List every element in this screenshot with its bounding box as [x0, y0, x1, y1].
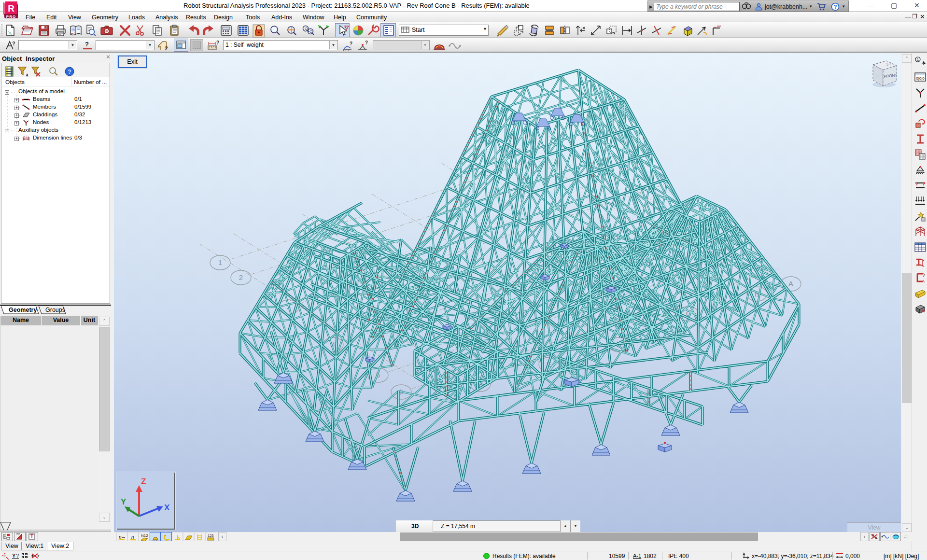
svg-text:?: ?: [12, 41, 15, 46]
svg-text:T: T: [30, 534, 33, 539]
svg-text:Y: Y: [121, 497, 126, 506]
svg-text:123: 123: [208, 533, 214, 538]
svg-text:2: 2: [239, 273, 243, 281]
svg-text:Y: Y: [12, 553, 16, 559]
svg-text:1: 1: [218, 258, 222, 266]
svg-text:Groups: Groups: [45, 307, 65, 313]
svg-text:PRO: PRO: [6, 14, 16, 18]
svg-text:?: ?: [216, 40, 219, 45]
svg-text:1·7: 1·7: [886, 62, 891, 66]
svg-text:?: ?: [85, 41, 89, 48]
svg-text:Z: Z: [141, 477, 146, 486]
svg-text:Geometry: Geometry: [9, 307, 37, 313]
svg-text:?: ?: [365, 40, 368, 45]
svg-text:?: ?: [350, 41, 352, 46]
svg-text:Q: Q: [309, 29, 312, 34]
svg-text:?: ?: [165, 45, 168, 51]
svg-text:Q: Q: [305, 27, 308, 31]
svg-text:?: ?: [68, 68, 71, 75]
svg-text:1: 1: [917, 57, 919, 62]
svg-text:R: R: [8, 3, 14, 14]
svg-text:X: X: [164, 503, 170, 512]
svg-text:0|0|0: 0|0|0: [916, 76, 925, 81]
svg-text:A: A: [788, 280, 793, 288]
svg-text:N12: N12: [141, 533, 148, 538]
svg-text:?: ?: [16, 553, 19, 559]
svg-text:?: ?: [834, 4, 837, 10]
svg-text:n: n: [131, 534, 134, 540]
svg-text:n: n: [119, 534, 122, 540]
